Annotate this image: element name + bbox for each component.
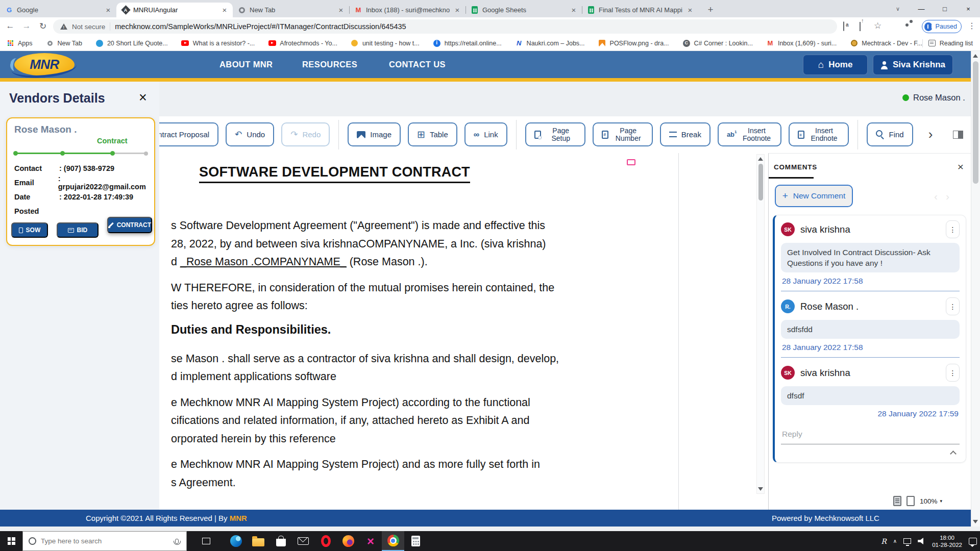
taskbar-search-input[interactable]	[41, 537, 170, 545]
home-button[interactable]: ⌂ Home	[803, 55, 868, 75]
insert-endnote-button[interactable]: Insert Endnote	[789, 122, 849, 146]
side-panel-toggle-icon[interactable]	[953, 131, 963, 139]
tab-gmail-inbox[interactable]: M Inbox (188) - suri@mechknowsof ×	[349, 3, 465, 17]
tab-new-tab[interactable]: New Tab ×	[233, 3, 349, 17]
page-scrollbar-thumb[interactable]	[973, 61, 978, 184]
bookmark-item[interactable]: unit testing - how t...	[351, 39, 420, 47]
reload-icon[interactable]: ↻	[37, 21, 49, 32]
taskbar-mail[interactable]	[292, 531, 314, 551]
tab-mnruiangular[interactable]: A MNRUIAngular ×	[116, 3, 233, 17]
comment-menu-button[interactable]: ⋮	[946, 364, 960, 382]
url-text[interactable]: mechknow.com/SampleWorks/MNRLiveProject/…	[115, 22, 406, 31]
url-omnibox[interactable]: Not secure mechknow.com/SampleWorks/MNRL…	[53, 19, 837, 34]
volume-icon[interactable]	[918, 538, 925, 544]
pen-input-icon[interactable]: R	[881, 537, 887, 545]
bookmark-item[interactable]: MInbox (1,609) - suri...	[766, 39, 837, 47]
tab-close-icon[interactable]: ×	[337, 6, 345, 14]
web-layout-icon[interactable]	[906, 496, 915, 506]
taskbar-edge[interactable]	[225, 531, 247, 551]
hidden-icons-chevron[interactable]: ∧	[893, 538, 897, 544]
comment-menu-button[interactable]: ⋮	[946, 220, 960, 238]
bookmark-item[interactable]: POSFlow.png - dra...	[598, 39, 669, 47]
forward-icon[interactable]: →	[20, 21, 33, 31]
sow-button[interactable]: SOW	[11, 222, 48, 238]
pager-prev-icon[interactable]: ‹	[934, 190, 946, 202]
bookmark-item[interactable]: Afrotechmods - Yo...	[268, 39, 337, 47]
nav-about-mnr[interactable]: ABOUT MNR	[219, 51, 273, 78]
security-label[interactable]: Not secure	[72, 23, 105, 31]
bid-button[interactable]: BID	[57, 222, 99, 238]
tab-google[interactable]: G Google ×	[0, 3, 116, 17]
restore-button[interactable]: □	[933, 0, 957, 17]
tab-close-icon[interactable]: ×	[686, 6, 694, 14]
link-button[interactable]: ∞ Link	[464, 122, 507, 146]
redo-button[interactable]: ↷ Redo	[281, 122, 330, 146]
page-scroll-down-icon[interactable]	[973, 520, 978, 523]
tab-close-icon[interactable]: ×	[453, 6, 461, 14]
taskbar-calculator[interactable]	[404, 531, 427, 551]
tab-search-icon[interactable]: ∨	[886, 0, 910, 17]
bookmark-item[interactable]: 20 Short Life Quote...	[95, 39, 168, 47]
tab-final-tests[interactable]: Final Tests of MNR AI Mapping S ×	[582, 3, 698, 17]
bookmark-item[interactable]: What is a resistor? -...	[181, 39, 255, 47]
footer-brand-link[interactable]: MNR	[230, 514, 247, 522]
document-scrollbar[interactable]	[756, 154, 765, 494]
reply-input[interactable]	[781, 430, 960, 444]
tab-google-sheets[interactable]: Google Sheets ×	[465, 3, 582, 17]
taskbar-search[interactable]	[22, 531, 187, 551]
user-button[interactable]: Siva Krishna	[873, 55, 953, 75]
page-scrollbar[interactable]	[971, 51, 980, 527]
taskbar-opera[interactable]	[314, 531, 337, 551]
comments-close-icon[interactable]: ×	[958, 161, 964, 173]
comment-anchor-marker[interactable]	[627, 159, 635, 165]
bookmark-item[interactable]: New Tab	[46, 39, 82, 47]
image-button[interactable]: Image	[348, 122, 401, 146]
break-button[interactable]: Break	[660, 122, 710, 146]
bookmark-star-icon[interactable]: ☆	[874, 20, 881, 31]
translate-icon[interactable]	[843, 22, 844, 31]
zoom-level-control[interactable]: 100% ▾	[920, 497, 942, 505]
bookmark-item[interactable]: C# Corner : Lookin...	[682, 39, 753, 47]
scroll-up-icon[interactable]	[758, 157, 763, 161]
back-icon[interactable]: ←	[4, 21, 16, 31]
network-icon[interactable]	[903, 538, 911, 544]
tab-close-icon[interactable]: ×	[570, 6, 578, 14]
print-layout-icon[interactable]	[893, 496, 901, 506]
vendors-panel-close-icon[interactable]: ×	[139, 90, 147, 106]
bookmark-item[interactable]: Mechtrack - Dev - F...	[850, 39, 922, 47]
chrome-menu-icon[interactable]: ⋮	[968, 21, 976, 31]
microphone-icon[interactable]	[175, 539, 179, 544]
collapse-chevron-icon[interactable]	[950, 450, 957, 457]
insert-footnote-button[interactable]: ab Insert Footnote	[718, 122, 781, 146]
contract-button[interactable]: CONTRACT	[107, 217, 152, 233]
scrollbar-thumb[interactable]	[758, 164, 763, 201]
new-tab-button[interactable]: +	[703, 3, 718, 17]
taskbar-chrome-active[interactable]	[382, 531, 404, 551]
tab-close-icon[interactable]: ×	[220, 6, 229, 14]
toolbar-overflow-chevron-icon[interactable]: ›	[928, 127, 933, 142]
scroll-down-icon[interactable]	[758, 487, 763, 491]
bookmark-item[interactable]: https://retail.online...	[433, 39, 502, 47]
start-button[interactable]	[0, 531, 22, 551]
action-center-icon[interactable]	[969, 538, 977, 545]
page-number-button[interactable]: Page Number	[593, 122, 653, 146]
document-page[interactable]: SOFTWARE DEVELOPMENT CONTRACT s Software…	[168, 153, 679, 510]
taskbar-store[interactable]	[270, 531, 292, 551]
page-scroll-up-icon[interactable]	[973, 54, 978, 58]
bookmark-item-apps[interactable]: Apps	[6, 39, 33, 47]
taskbar-clock[interactable]: 18:00 01-28-2022	[932, 534, 962, 548]
new-comment-button[interactable]: + New Comment	[775, 185, 853, 207]
nav-resources[interactable]: RESOURCES	[302, 51, 357, 78]
find-button[interactable]: Find	[867, 122, 913, 146]
page-setup-button[interactable]: Page Setup	[525, 122, 585, 146]
share-icon[interactable]	[860, 22, 861, 31]
tab-close-icon[interactable]: ×	[104, 6, 112, 14]
comment-menu-button[interactable]: ⋮	[946, 297, 960, 315]
nav-contact-us[interactable]: CONTACT US	[389, 51, 446, 78]
bookmark-item[interactable]: NNaukri.com – Jobs...	[515, 39, 585, 47]
mnr-logo[interactable]: MNR	[14, 53, 75, 76]
close-button[interactable]: ×	[957, 0, 980, 17]
taskbar-xd[interactable]: ×	[359, 531, 382, 551]
undo-button[interactable]: ↶ Undo	[226, 122, 274, 146]
reading-list-button[interactable]: Reading list	[928, 39, 973, 47]
